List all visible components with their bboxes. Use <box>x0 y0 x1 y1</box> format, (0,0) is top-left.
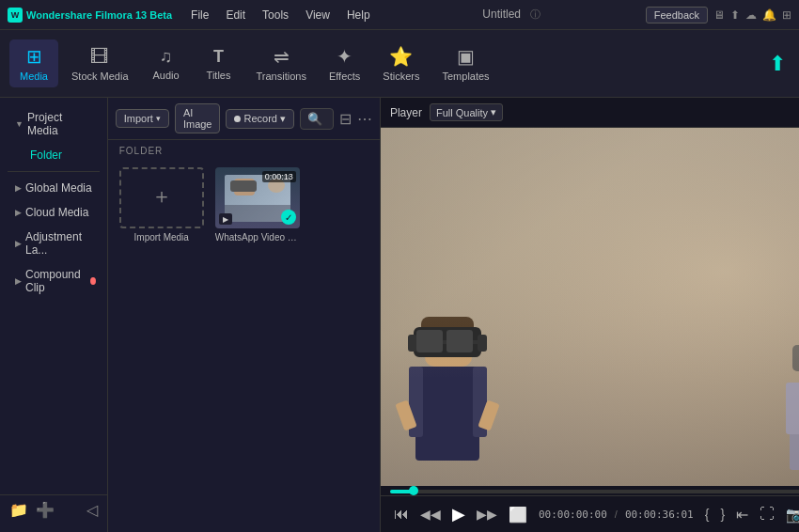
record-chevron-icon: ▾ <box>280 113 286 125</box>
monitor-icon[interactable]: 🖥 <box>713 8 725 22</box>
video-check-icon: ✓ <box>281 210 296 225</box>
in-point-button[interactable]: { <box>701 505 713 524</box>
time-current: 00:00:00:00 <box>539 509 607 521</box>
menu-help[interactable]: Help <box>339 7 378 23</box>
title-actions: Feedback 🖥 ⬆ ☁ 🔔 ⊞ <box>646 7 791 23</box>
chevron-right-icon-4: ▶ <box>15 276 22 286</box>
panel-folder-item[interactable]: Folder <box>23 145 100 165</box>
fullscreen-button[interactable]: ⛶ <box>756 504 778 524</box>
global-media-label: Global Media <box>25 181 92 195</box>
record-dot-icon <box>234 116 241 122</box>
frame-icon[interactable]: ⬜ <box>505 504 531 525</box>
media-toolbar: Import ▾ AI Image Record ▾ 🔍 ⊟ ⋯ <box>108 98 380 140</box>
toolbar-media[interactable]: ⊞ Media <box>9 39 58 87</box>
search-box: 🔍 <box>300 108 334 130</box>
import-thumb: ＋ <box>119 167 204 228</box>
cloud-media-label: Cloud Media <box>25 206 88 219</box>
whatsapp-video-item[interactable]: 0:00:13 ✓ ▶ WhatsApp Video 2023-10-05... <box>215 167 300 243</box>
compound-clip-label: Compound Clip <box>25 268 83 294</box>
panel-cloud-media[interactable]: ▶ Cloud Media <box>4 202 103 223</box>
menu-bar: File Edit Tools View Help <box>183 7 378 23</box>
seek-bar[interactable] <box>390 490 799 493</box>
playback-controls: ⏮ ◀◀ ▶ ▶▶ ⬜ <box>390 502 531 526</box>
panel-project-media[interactable]: ▼ Project Media <box>4 107 103 141</box>
panel-divider-1 <box>8 171 100 172</box>
media-panel: Import ▾ AI Image Record ▾ 🔍 ⊟ ⋯ FOLDER … <box>108 98 381 532</box>
play-button[interactable]: ▶ <box>448 502 469 526</box>
preview-panel: Player Full Quality ▾ ⤢ <box>381 98 799 532</box>
panel-global-media[interactable]: ▶ Global Media <box>4 178 103 198</box>
skip-to-start-button[interactable]: ⏮ <box>390 504 413 524</box>
player-label: Player <box>390 106 422 119</box>
video-type-icon: ▶ <box>219 213 232 225</box>
feedback-button[interactable]: Feedback <box>646 7 708 23</box>
apps-icon[interactable]: ⊞ <box>782 8 791 22</box>
export-video-button[interactable]: ⬆ <box>765 48 790 80</box>
menu-edit[interactable]: Edit <box>218 7 253 23</box>
ai-image-button[interactable]: AI Image <box>175 103 221 133</box>
main-area: ▼ Project Media Folder ▶ Global Media ▶ … <box>0 98 799 532</box>
video-duration: 0:00:13 <box>262 171 296 182</box>
app-name: Wondershare Filmora 13 Beta <box>26 9 172 21</box>
collapse-panel-icon[interactable]: ◁ <box>86 501 98 519</box>
stickers-icon: ⭐ <box>389 45 413 68</box>
snapshot-button[interactable]: 📷 <box>782 504 799 525</box>
transitions-icon: ⇌ <box>274 45 290 68</box>
import-button[interactable]: Import ▾ <box>116 109 169 128</box>
new-folder-icon[interactable]: 📁 <box>9 501 28 519</box>
search-icon: 🔍 <box>307 112 322 126</box>
import-media-label: Import Media <box>134 232 189 243</box>
toolbar-effects[interactable]: ✦ Effects <box>320 39 369 87</box>
cloud-icon[interactable]: ☁ <box>745 8 757 22</box>
video-label: WhatsApp Video 2023-10-05... <box>215 232 300 243</box>
seek-bar-container <box>381 486 799 495</box>
app-logo: W Wondershare Filmora 13 Beta <box>8 8 172 23</box>
title-status: ⓘ <box>530 8 540 20</box>
menu-file[interactable]: File <box>183 7 216 23</box>
import-chevron-icon: ▾ <box>156 114 161 123</box>
record-button[interactable]: Record ▾ <box>226 109 293 129</box>
quality-selector[interactable]: Full Quality ▾ <box>430 103 503 121</box>
toolbar-titles[interactable]: T Titles <box>195 41 243 86</box>
panel-folder-section: Folder <box>0 143 107 167</box>
quality-chevron-icon: ▾ <box>491 106 496 118</box>
frame-back-button[interactable]: ◀◀ <box>416 505 445 524</box>
toolbar-templates[interactable]: ▣ Templates <box>432 39 498 87</box>
plus-icon: ＋ <box>151 182 172 211</box>
time-total: 00:00:36:01 <box>625 509 694 521</box>
toolbar-stock-media[interactable]: 🎞 Stock Media <box>62 40 138 87</box>
frame-forward-button[interactable]: ▶▶ <box>473 505 501 524</box>
filter-icon[interactable]: ⊟ <box>339 110 352 128</box>
menu-tools[interactable]: Tools <box>255 7 296 23</box>
chevron-right-icon: ▶ <box>15 183 22 193</box>
toolbar-audio[interactable]: ♫ Audio <box>142 41 191 86</box>
clip-inout-button[interactable]: ⇤ <box>732 504 752 525</box>
vr-scene <box>381 128 799 486</box>
media-icon: ⊞ <box>26 45 42 68</box>
titles-icon: T <box>213 47 224 67</box>
adjustment-layer-label: Adjustment La... <box>25 230 96 257</box>
toolbar-stickers[interactable]: ⭐ Stickers <box>373 39 429 87</box>
toolbar-transitions[interactable]: ⇌ Transitions <box>247 39 316 87</box>
time-separator: / <box>615 509 618 520</box>
notification-icon[interactable]: 🔔 <box>762 8 776 22</box>
preview-right-controls: { } ⇤ ⛶ 📷 🔊 ⚙ <box>701 504 799 525</box>
video-preview <box>381 128 799 486</box>
import-media-item[interactable]: ＋ Import Media <box>119 167 204 243</box>
chevron-right-icon-3: ▶ <box>15 239 22 248</box>
logo-icon: W <box>8 8 23 23</box>
add-media-icon[interactable]: ➕ <box>36 501 55 519</box>
seek-handle[interactable] <box>409 486 418 495</box>
menu-view[interactable]: View <box>298 7 337 23</box>
compound-clip-indicator <box>90 277 96 285</box>
project-media-label: Project Media <box>27 111 96 137</box>
quality-label: Full Quality <box>436 107 488 118</box>
audio-icon: ♫ <box>160 47 173 67</box>
title-bar: W Wondershare Filmora 13 Beta File Edit … <box>0 0 799 30</box>
panel-adjustment-layer[interactable]: ▶ Adjustment La... <box>4 227 103 260</box>
panel-compound-clip[interactable]: ▶ Compound Clip <box>4 264 103 298</box>
out-point-button[interactable]: } <box>716 505 728 524</box>
export-icon[interactable]: ⬆ <box>730 8 740 22</box>
window-title: Untitled ⓘ <box>385 8 638 22</box>
more-options-icon[interactable]: ⋯ <box>357 110 372 128</box>
